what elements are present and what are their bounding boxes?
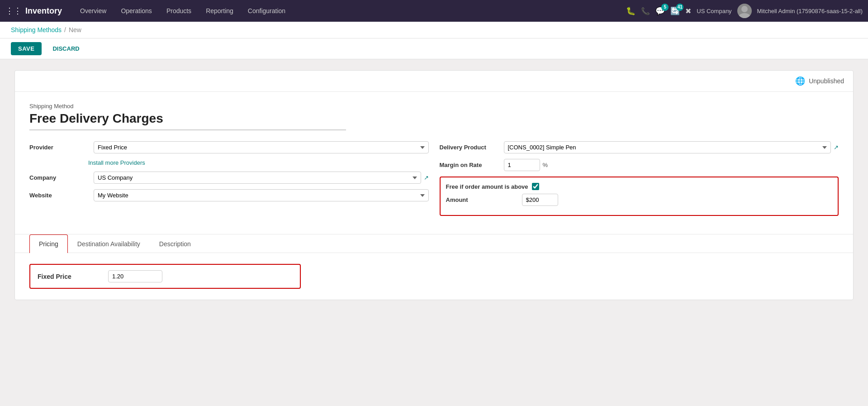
website-label: Website [29,189,88,199]
shipping-method-label: Shipping Method [29,103,839,110]
provider-select[interactable]: Fixed Price [94,141,429,153]
delivery-product-value: [CONS_0002] Simple Pen ↗ [504,141,839,153]
website-select[interactable]: My Website [94,189,429,201]
percent-label: % [543,162,548,168]
form-right-column: Delivery Product [CONS_0002] Simple Pen … [440,141,839,216]
website-value: My Website [94,189,429,201]
messages-icon[interactable]: 💬 5 [655,6,665,16]
margin-on-rate-input[interactable] [504,159,540,171]
form-fields-row: Provider Fixed Price Install more Provid… [29,141,839,216]
fixed-price-input[interactable] [108,270,162,282]
breadcrumb-parent[interactable]: Shipping Methods [11,26,62,33]
globe-icon: 🌐 [795,76,805,86]
amount-row: Amount [446,194,833,206]
margin-on-rate-field-row: Margin on Rate % [440,159,839,171]
free-if-above-checkbox[interactable] [532,183,539,190]
free-order-highlight-box: Free if order amount is above Amount [440,177,839,216]
nav-operations[interactable]: Operations [114,0,159,22]
company-label: Company [29,172,88,181]
form-card: 🌐 Unpublished Shipping Method Free Deliv… [14,70,854,300]
free-if-above-row: Free if order amount is above [446,183,833,190]
company-field-row: Company US Company ↗ [29,172,429,184]
svg-point-1 [739,13,750,18]
company-external-link-icon[interactable]: ↗ [424,174,429,181]
save-button[interactable]: SAVE [11,42,42,55]
provider-label: Provider [29,141,88,151]
delivery-product-external-link-icon[interactable]: ↗ [834,144,839,151]
unpublished-label: Unpublished [809,77,844,85]
top-navigation: ⋮⋮ Inventory Overview Operations Product… [0,0,868,22]
amount-input[interactable] [522,194,558,206]
user-name[interactable]: Mitchell Admin (17590876-saas-15-2-all) [757,8,863,14]
install-providers-link[interactable]: Install more Providers [29,159,145,166]
tools-icon[interactable]: ✖ [685,7,691,15]
nav-configuration[interactable]: Configuration [241,0,293,22]
user-avatar[interactable] [737,4,752,18]
nav-reporting[interactable]: Reporting [199,0,241,22]
nav-products[interactable]: Products [159,0,199,22]
nav-right-actions: 🐛 📞 💬 5 🔄 41 ✖ US Company Mitchell Admin… [626,4,863,18]
messages-badge: 5 [661,4,669,11]
shipping-method-name: Free Delivery Charges [29,111,346,130]
tabs-section: Pricing Destination Availability Descrip… [15,234,853,253]
app-brand[interactable]: Inventory [25,6,62,16]
unpublished-bar: 🌐 Unpublished [15,71,853,92]
company-name[interactable]: US Company [697,8,731,14]
company-select[interactable]: US Company [94,172,421,184]
discard-button[interactable]: DISCARD [47,42,85,55]
grid-icon[interactable]: ⋮⋮ [5,6,22,16]
bug-icon[interactable]: 🐛 [626,6,636,16]
amount-label: Amount [446,196,518,203]
main-content: 🌐 Unpublished Shipping Method Free Deliv… [0,59,868,311]
fixed-price-row: Fixed Price [29,264,301,289]
delivery-product-select[interactable]: [CONS_0002] Simple Pen [504,141,831,153]
tab-pricing[interactable]: Pricing [29,234,68,253]
svg-point-0 [741,6,748,12]
install-providers-row: Install more Providers [29,159,429,166]
fixed-price-label: Fixed Price [38,273,101,280]
delivery-product-field-row: Delivery Product [CONS_0002] Simple Pen … [440,141,839,153]
tab-content-pricing: Fixed Price [15,253,853,300]
breadcrumb-separator: / [64,26,66,33]
nav-overview[interactable]: Overview [73,0,114,22]
free-if-above-label: Free if order amount is above [446,183,528,190]
margin-on-rate-value: % [504,159,839,171]
breadcrumb-current: New [69,26,81,33]
margin-on-rate-label: Margin on Rate [440,159,498,168]
form-body: Shipping Method Free Delivery Charges Pr… [15,92,853,234]
company-value: US Company ↗ [94,172,429,184]
form-left-column: Provider Fixed Price Install more Provid… [29,141,429,216]
unpublished-button[interactable]: 🌐 Unpublished [795,76,844,86]
delivery-product-label: Delivery Product [440,141,498,151]
tab-description[interactable]: Description [150,234,200,253]
form-toolbar: SAVE DISCARD [0,38,868,59]
tab-destination-availability[interactable]: Destination Availability [68,234,150,253]
updates-icon[interactable]: 🔄 41 [670,6,680,16]
breadcrumb: Shipping Methods / New [0,22,868,38]
provider-value: Fixed Price [94,141,429,153]
tabs-bar: Pricing Destination Availability Descrip… [29,234,839,253]
website-field-row: Website My Website [29,189,429,201]
nav-menu: Overview Operations Products Reporting C… [73,0,626,22]
updates-badge: 41 [676,4,683,11]
provider-field-row: Provider Fixed Price [29,141,429,153]
phone-icon[interactable]: 📞 [641,7,650,15]
